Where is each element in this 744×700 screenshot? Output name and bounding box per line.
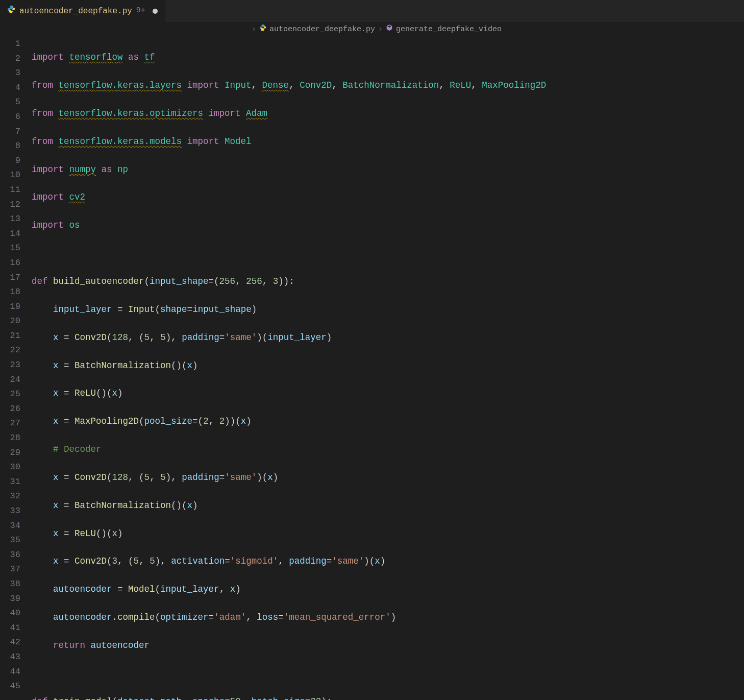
line-number: 24 (0, 373, 20, 388)
chevron-right-icon: › (378, 24, 383, 36)
line-number: 30 (0, 460, 20, 475)
line-number: 40 (0, 606, 20, 621)
code-line: x = Conv2D(128, (5, 5), padding='same')(… (32, 330, 744, 345)
dirty-indicator-icon[interactable] (153, 9, 158, 14)
tab-filename: autoencoder_deepfake.py (19, 5, 132, 17)
line-number: 23 (0, 358, 20, 373)
line-number: 44 (0, 665, 20, 680)
chevron-right-icon: › (252, 24, 256, 36)
code-line: def train_model(dataset_path, epochs=50,… (32, 694, 744, 700)
line-number: 11 (0, 183, 20, 198)
line-number: 25 (0, 387, 20, 402)
line-number: 41 (0, 621, 20, 636)
line-number-gutter: 1234567891011121314151617181920212223242… (0, 37, 32, 700)
code-line: import tensorflow as tf (32, 50, 744, 65)
line-number: 37 (0, 562, 20, 577)
code-line: x = BatchNormalization()(x) (32, 498, 744, 513)
code-line: import numpy as np (32, 162, 744, 177)
code-line: from tensorflow.keras.models import Mode… (32, 134, 744, 149)
line-number: 29 (0, 446, 20, 461)
line-number: 15 (0, 241, 20, 256)
code-line: from tensorflow.keras.layers import Inpu… (32, 78, 744, 93)
line-number: 19 (0, 300, 20, 315)
editor[interactable]: 1234567891011121314151617181920212223242… (0, 37, 744, 700)
code-line (32, 666, 744, 681)
tab-bar: autoencoder_deepfake.py 9+ (0, 0, 744, 22)
code-line: x = Conv2D(128, (5, 5), padding='same')(… (32, 470, 744, 485)
line-number: 27 (0, 416, 20, 431)
code-line (32, 246, 744, 261)
line-number: 22 (0, 343, 20, 358)
line-number: 7 (0, 125, 20, 139)
line-number: 17 (0, 271, 20, 285)
line-number: 43 (0, 650, 20, 665)
tab-badge: 9+ (136, 5, 145, 17)
code-line: return autoencoder (32, 638, 744, 653)
line-number: 20 (0, 314, 20, 329)
line-number: 5 (0, 95, 20, 110)
line-number: 35 (0, 533, 20, 548)
line-number: 16 (0, 256, 20, 271)
breadcrumb-file[interactable]: autoencoder_deepfake.py (269, 24, 375, 36)
line-number: 1 (0, 37, 20, 52)
code-line: from tensorflow.keras.optimizers import … (32, 106, 744, 121)
code-line: import os (32, 218, 744, 233)
line-number: 9 (0, 154, 20, 168)
code-line: autoencoder.compile(optimizer='adam', lo… (32, 610, 744, 625)
line-number: 32 (0, 489, 20, 504)
line-number: 12 (0, 198, 20, 212)
line-number: 2 (0, 52, 20, 66)
line-number: 45 (0, 679, 20, 694)
tab-active[interactable]: autoencoder_deepfake.py 9+ (0, 0, 165, 22)
code-line: input_layer = Input(shape=input_shape) (32, 302, 744, 317)
code-line: x = ReLU()(x) (32, 386, 744, 401)
code-line: # Decoder (32, 442, 744, 457)
python-icon (259, 24, 266, 36)
python-icon (7, 5, 15, 17)
line-number: 28 (0, 431, 20, 446)
line-number: 36 (0, 548, 20, 563)
line-number: 38 (0, 577, 20, 592)
code-area[interactable]: import tensorflow as tf from tensorflow.… (32, 37, 744, 700)
code-line: def build_autoencoder(input_shape=(256, … (32, 274, 744, 289)
code-line: x = ReLU()(x) (32, 526, 744, 541)
line-number: 8 (0, 139, 20, 154)
line-number: 4 (0, 81, 20, 95)
line-number: 10 (0, 168, 20, 183)
code-line: autoencoder = Model(input_layer, x) (32, 582, 744, 597)
line-number: 14 (0, 227, 20, 242)
line-number: 31 (0, 475, 20, 490)
line-number: 39 (0, 592, 20, 607)
line-number: 13 (0, 212, 20, 227)
line-number: 6 (0, 110, 20, 125)
line-number: 26 (0, 402, 20, 417)
line-number: 34 (0, 519, 20, 534)
line-number: 3 (0, 66, 20, 81)
code-line: import cv2 (32, 190, 744, 205)
code-line: x = MaxPooling2D(pool_size=(2, 2))(x) (32, 414, 744, 429)
breadcrumb: › autoencoder_deepfake.py › generate_dee… (0, 22, 744, 37)
line-number: 21 (0, 329, 20, 344)
line-number: 33 (0, 504, 20, 519)
line-number: 42 (0, 635, 20, 650)
line-number: 18 (0, 285, 20, 300)
code-line: x = Conv2D(3, (5, 5), activation='sigmoi… (32, 554, 744, 569)
code-line: x = BatchNormalization()(x) (32, 358, 744, 373)
breadcrumb-symbol[interactable]: generate_deepfake_video (396, 24, 502, 36)
symbol-method-icon (386, 24, 393, 36)
